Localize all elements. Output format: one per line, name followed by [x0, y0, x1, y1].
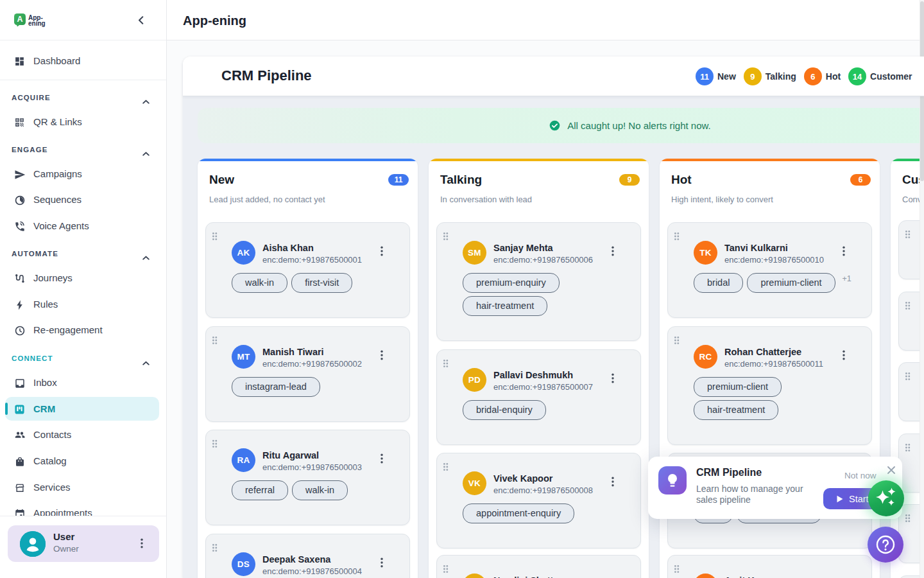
- svg-text:A: A: [17, 15, 22, 24]
